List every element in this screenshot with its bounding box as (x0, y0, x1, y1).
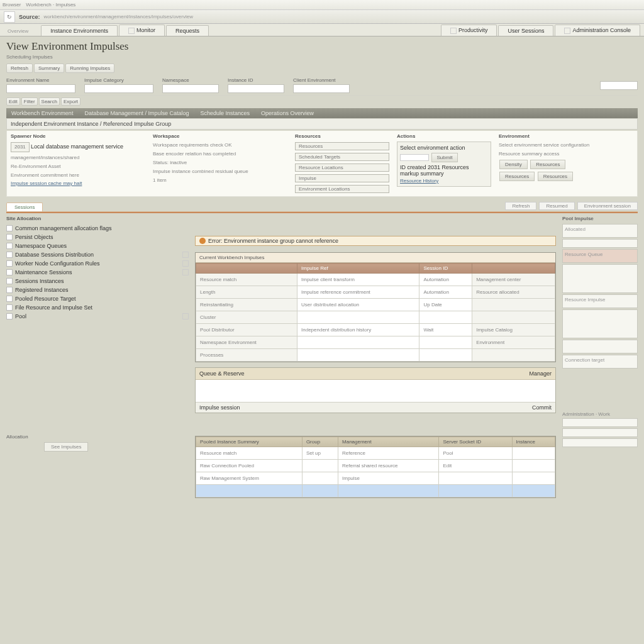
table-row-selected[interactable] (196, 485, 555, 497)
rcell-f2[interactable] (562, 428, 638, 437)
checkbox-icon[interactable] (6, 243, 13, 249)
search-button[interactable]: Search (39, 97, 60, 106)
queue-f2[interactable]: Commit (532, 404, 552, 411)
table-row[interactable]: Raw Connection PooledReferral shared res… (196, 460, 555, 472)
col-1[interactable]: Impulse Ref (297, 264, 419, 274)
nav-item-0[interactable]: Common management allocation flags (6, 224, 189, 233)
see-impulses-button[interactable]: See Impulses (44, 442, 88, 452)
edit-button[interactable]: Edit (6, 97, 20, 106)
col-3[interactable] (472, 264, 555, 274)
summary-button[interactable]: Summary (34, 64, 64, 73)
rcell-5[interactable] (562, 309, 638, 338)
tab-monitor[interactable]: Monitor (119, 25, 165, 36)
checkbox-icon[interactable] (6, 304, 13, 311)
action-l1: ID created (400, 164, 426, 170)
checkbox-icon[interactable] (6, 252, 13, 258)
export-button[interactable]: Export (61, 97, 80, 106)
tab-admin-console[interactable]: Administration Console (555, 25, 640, 36)
crumb-4[interactable]: Operations Overview (261, 110, 314, 116)
rcell-1[interactable] (562, 239, 638, 248)
history-link[interactable]: Resource History (400, 178, 488, 184)
t3-col-0[interactable]: Pooled Instance Summary (196, 437, 303, 447)
nav-item-9[interactable]: File Resource and Impulse Set (6, 303, 189, 312)
rcell-2[interactable]: Resource Queue (562, 249, 638, 263)
submit-button[interactable]: Submit (431, 153, 458, 162)
action-input[interactable] (400, 154, 429, 161)
t3-col-1[interactable]: Group (302, 437, 338, 447)
tab-requests[interactable]: Requests (166, 25, 209, 36)
checkbox-icon[interactable] (6, 287, 13, 293)
tab-user-sessions[interactable]: User Sessions (498, 25, 553, 36)
rcell-f1[interactable] (562, 418, 638, 427)
table-row[interactable]: Cluster (196, 311, 555, 324)
rcell-f3[interactable] (562, 438, 638, 447)
tab-sessions[interactable]: Sessions (6, 203, 43, 211)
page-subtitle: Scheduling Impulses (6, 54, 638, 60)
nav-item-3[interactable]: Database Sessions Distribution (6, 250, 189, 259)
t3-col-2[interactable]: Management (338, 437, 439, 447)
col-0[interactable] (196, 264, 297, 274)
table-row[interactable]: LengthImpulse reference commitmentAutoma… (196, 286, 555, 299)
env-session-mini-button[interactable]: Environment session (577, 202, 638, 210)
nav-item-5[interactable]: Maintenance Sessions (6, 268, 189, 277)
resumed-mini-button[interactable]: Resumed (539, 202, 574, 210)
tag-resources[interactable]: Resources (295, 142, 389, 150)
tab-productivity[interactable]: Productivity (441, 25, 497, 36)
rcell-3[interactable] (562, 264, 638, 293)
resources-button-2[interactable]: Resources (499, 172, 535, 181)
spawner-link[interactable]: Impulse session cache may halt (11, 180, 145, 186)
nav-item-7[interactable]: Registered Instances (6, 286, 189, 294)
filter-extra-input[interactable] (600, 81, 638, 90)
rcell-0[interactable]: Allocated (562, 224, 638, 238)
rcell-6[interactable] (562, 340, 638, 353)
density-button[interactable]: Density (499, 160, 528, 169)
nav-item-10[interactable]: Pool (6, 312, 189, 321)
table-row[interactable]: ReinstantiatingUser distributed allocati… (196, 299, 555, 311)
rcell-7[interactable]: Connection target (562, 355, 638, 369)
t3-col-3[interactable]: Server Socket ID (439, 437, 512, 447)
nav-item-6[interactable]: Sessions Instances (6, 277, 189, 286)
checkbox-icon[interactable] (6, 269, 13, 275)
filter-namespace-input[interactable] (162, 84, 219, 93)
refresh-mini-button[interactable]: Refresh (505, 202, 536, 210)
checkbox-icon[interactable] (6, 313, 13, 319)
resources-button-1[interactable]: Resources (530, 160, 565, 169)
checkbox-icon[interactable] (6, 225, 13, 231)
crumb-3[interactable]: Schedule Instances (201, 110, 250, 116)
tag-env-locations[interactable]: Environment Locations (295, 185, 389, 193)
nav-item-8[interactable]: Pooled Resource Target (6, 294, 189, 303)
resources-button-3[interactable]: Resources (538, 172, 573, 181)
col-2[interactable]: Session ID (419, 264, 472, 274)
crumb-2[interactable]: Database Management / Impulse Catalog (84, 110, 189, 116)
checkbox-icon[interactable] (6, 278, 13, 284)
nav-item-4[interactable]: Worker Node Configuration Rules (6, 259, 189, 268)
tag-sched-targets[interactable]: Scheduled Targets (295, 153, 389, 161)
filter-category-input[interactable] (84, 84, 153, 93)
filter-instance-input[interactable] (228, 84, 284, 93)
table-row[interactable]: Resource matchSet upReferencePool (196, 447, 555, 460)
checkbox-icon[interactable] (6, 260, 13, 267)
table-row[interactable]: Processes (196, 349, 555, 362)
table-row[interactable]: Resource matchImpulse client transformAu… (196, 274, 555, 286)
table-row[interactable]: Raw Management SystemImpulse (196, 472, 555, 485)
t3-col-4[interactable]: Instance (512, 437, 555, 447)
checkbox-icon[interactable] (6, 296, 13, 302)
tag-impulse[interactable]: Impulse (295, 174, 389, 182)
filter-button[interactable]: Filter (21, 97, 38, 106)
checkbox-icon[interactable] (6, 234, 13, 240)
table-row[interactable]: Pool DistributorIndependent distribution… (196, 324, 555, 336)
crumb-1[interactable]: Workbench Environment (11, 110, 73, 116)
tab-instance-env[interactable]: Instance Environments (41, 25, 118, 36)
nav-item-2[interactable]: Namespace Queues (6, 242, 189, 250)
filter-env-input[interactable] (6, 84, 75, 93)
top-tab-bar: Overview Instance Environments Monitor R… (0, 24, 644, 36)
filter-client-input[interactable] (293, 84, 350, 93)
running-impulses-button[interactable]: Running Impulses (65, 64, 114, 73)
filter-env-label: Environment Name (6, 77, 75, 83)
refresh-button[interactable]: Refresh (6, 64, 33, 73)
tag-res-locations[interactable]: Resource Locations (295, 164, 389, 172)
rcell-4[interactable]: Resource Impulse (562, 294, 638, 308)
nav-item-1[interactable]: Persist Objects (6, 233, 189, 242)
nav-icon[interactable]: ↻ (4, 11, 15, 23)
table-row[interactable]: Namespace EnvironmentEnvironment (196, 336, 555, 349)
